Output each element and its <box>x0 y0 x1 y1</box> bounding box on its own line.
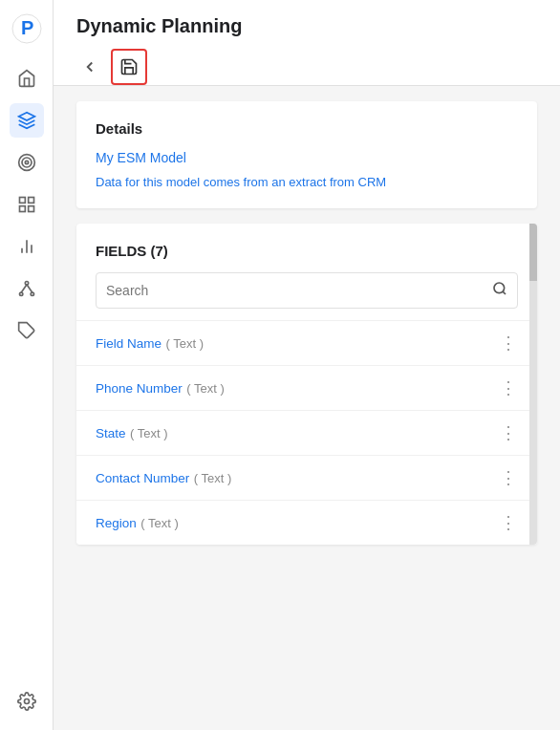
details-card-title: Details <box>96 120 518 137</box>
svg-point-15 <box>31 292 33 295</box>
sidebar-item-grid[interactable] <box>10 187 44 222</box>
content-area: Details My ESM Model Data for this model… <box>54 86 560 730</box>
table-row: Region ( Text ) ⋮ <box>76 501 537 545</box>
field-list: Field Name ( Text ) ⋮ Phone Number ( Tex… <box>76 320 537 545</box>
svg-rect-9 <box>19 206 25 212</box>
search-box <box>96 272 518 309</box>
model-description: Data for this model comes from an extrac… <box>96 175 518 189</box>
scrollbar-track[interactable] <box>529 224 537 545</box>
details-card: Details My ESM Model Data for this model… <box>76 101 537 208</box>
search-icon <box>492 281 507 300</box>
svg-rect-7 <box>28 198 33 204</box>
svg-marker-2 <box>18 113 34 120</box>
header: Dynamic Planning <box>54 0 560 86</box>
sidebar-item-home[interactable] <box>10 61 44 96</box>
model-name[interactable]: My ESM Model <box>96 150 518 165</box>
sidebar-item-tag[interactable] <box>10 313 44 348</box>
svg-point-4 <box>22 158 32 167</box>
toolbar <box>76 49 537 85</box>
sidebar-item-chart[interactable] <box>10 229 44 264</box>
fields-header: FIELDS (7) <box>76 224 537 320</box>
svg-text:P: P <box>21 17 33 38</box>
svg-point-19 <box>24 699 29 704</box>
field-menu-button[interactable]: ⋮ <box>500 379 518 397</box>
svg-point-14 <box>19 292 22 295</box>
sidebar-item-network[interactable] <box>10 271 44 306</box>
table-row: State ( Text ) ⋮ <box>76 411 537 456</box>
page-title: Dynamic Planning <box>76 15 537 37</box>
table-row: Contact Number ( Text ) ⋮ <box>76 456 537 501</box>
field-name[interactable]: Region ( Text ) <box>96 514 179 531</box>
field-menu-button[interactable]: ⋮ <box>500 514 518 531</box>
table-row: Phone Number ( Text ) ⋮ <box>76 366 537 411</box>
field-name[interactable]: Contact Number ( Text ) <box>96 469 231 486</box>
sidebar-item-settings[interactable] <box>10 684 44 719</box>
sidebar-item-layers[interactable] <box>10 103 44 138</box>
svg-rect-6 <box>19 198 25 204</box>
sidebar-item-target[interactable] <box>10 145 44 180</box>
save-button[interactable] <box>111 49 147 85</box>
svg-point-20 <box>494 283 505 293</box>
svg-line-17 <box>27 285 32 292</box>
field-menu-button[interactable]: ⋮ <box>500 334 518 352</box>
field-name[interactable]: Field Name ( Text ) <box>96 334 204 352</box>
svg-point-13 <box>25 282 28 285</box>
fields-card-title: FIELDS (7) <box>96 243 518 259</box>
scrollbar-thumb[interactable] <box>529 224 537 281</box>
search-input[interactable] <box>106 283 492 298</box>
app-logo: P <box>10 11 44 46</box>
field-name[interactable]: Phone Number ( Text ) <box>96 379 225 397</box>
fields-card: FIELDS (7) Field Name ( T <box>76 224 537 545</box>
svg-point-5 <box>25 161 28 163</box>
field-menu-button[interactable]: ⋮ <box>500 469 518 486</box>
sidebar: P <box>0 0 54 730</box>
main-content: Dynamic Planning Details My ESM Model Da… <box>54 0 560 730</box>
back-button[interactable] <box>76 54 103 80</box>
field-name[interactable]: State ( Text ) <box>96 424 167 441</box>
svg-line-21 <box>503 291 506 294</box>
table-row: Field Name ( Text ) ⋮ <box>76 321 537 366</box>
svg-line-16 <box>21 285 27 292</box>
svg-rect-8 <box>28 206 33 212</box>
field-menu-button[interactable]: ⋮ <box>500 424 518 441</box>
